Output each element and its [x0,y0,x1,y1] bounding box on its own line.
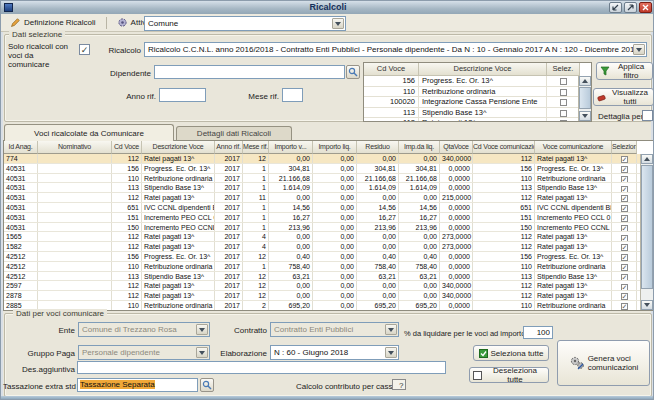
table-row[interactable]: 40531113Stipendio Base 13^201711.614,090… [4,183,653,193]
voci-filter-scrollbar[interactable] [578,76,591,121]
scrollbar-thumb[interactable] [579,87,591,109]
applica-filtro-button[interactable]: Applica filtro [596,62,653,80]
row-select-checkbox[interactable]: ✓ [621,274,628,281]
deseleziona-tutte-button[interactable]: Deseleziona tutte [469,367,549,383]
contratto-combobox[interactable]: Contratto Enti Pubblici [270,322,399,337]
close-icon[interactable] [639,2,652,13]
table-row[interactable]: 40531156Progress. Ec. Or. 13^20171304,81… [4,164,653,174]
table-row[interactable]: 40531151Incremento PEO CCL 02017116,270,… [4,213,653,223]
column-header[interactable]: Seleziona [612,141,637,154]
column-header[interactable]: Mese rif. [243,141,269,154]
column-header[interactable]: Descrizione Voce [419,63,547,76]
chevron-down-icon[interactable] [385,347,397,358]
perc-liquidare-input[interactable] [523,326,553,339]
column-header[interactable]: Importo liq. [313,141,357,154]
table-row[interactable]: 2878112Ratei pagati 13^2017120,000,000,0… [4,291,653,301]
row-select-checkbox[interactable]: ✓ [621,186,628,193]
table-row[interactable]: 40531112Ratei pagati 13^2017110,000,000,… [4,193,653,203]
comune-combobox[interactable]: Comune [144,16,346,31]
table-row[interactable]: 40531110Retribuzione ordinaria2017121.16… [4,174,653,184]
table-row[interactable]: 40531150Incremento PEO CCNL20171213,960,… [4,223,653,233]
column-header[interactable]: Residuo [357,141,399,154]
visualizza-tutti-button[interactable]: Visualizza tutti [593,88,654,106]
definizione-ricalcoli-button[interactable]: Definizione Ricalcoli [5,15,101,30]
voce-select-checkbox[interactable] [560,78,567,85]
voce-select-checkbox[interactable] [560,110,567,117]
elaborazione-combobox[interactable]: N : 60 - Giugno 2018 [270,345,399,360]
row-select-checkbox[interactable]: ✓ [621,254,628,261]
restore-down-icon[interactable] [609,2,622,13]
voci-filter-row[interactable]: 112Ratei pagati 13^ [364,118,591,122]
row-select-checkbox[interactable]: ✓ [621,293,628,300]
table-row[interactable]: 774112Ratei pagati 13^2017120,000,000,00… [4,154,653,164]
table-row[interactable]: 42512113Stipendio Base 13^20171263,210,0… [4,272,653,282]
column-header[interactable]: Cd Voce [112,141,142,154]
row-select-checkbox[interactable]: ✓ [621,166,628,173]
row-select-checkbox[interactable]: ✓ [621,176,628,183]
ente-combobox[interactable]: Comune di Trezzano Rosa [78,322,210,337]
row-select-checkbox[interactable]: ✓ [621,215,628,222]
search-icon[interactable] [200,378,214,392]
seleziona-tutte-button[interactable]: Seleziona tutte [473,345,549,361]
row-select-checkbox[interactable]: ✓ [621,244,628,251]
chevron-down-icon[interactable] [332,18,344,29]
mese-rif-input[interactable] [282,88,303,102]
voce-select-checkbox[interactable] [560,99,567,106]
table-cell: Ratei pagati 13^ [142,154,215,163]
table-row[interactable]: 2597112Ratei pagati 13^2017120,000,000,0… [4,281,653,291]
calcolo-contributo-help-checkbox[interactable]: ? [392,379,406,390]
row-select-checkbox[interactable]: ✓ [621,264,628,271]
scroll-down-icon[interactable] [579,111,591,121]
tab-voci-ricalcolate[interactable]: Voci ricalcolate da Comunicare [4,124,174,141]
maximize-icon[interactable] [624,2,637,13]
tab-dettagli-ricalcoli[interactable]: Dettagli dati Ricalcoli [176,126,292,140]
solo-ricalcoli-checkbox[interactable]: ✓ [79,44,90,55]
voci-filter-row[interactable]: 113Stipendio Base 13^ [364,108,591,119]
column-header[interactable]: Descrizione Voce [142,141,215,154]
tassazione-input[interactable]: Tassazione Separata [77,378,198,392]
column-header[interactable]: Anno rif. [215,141,243,154]
row-select-checkbox[interactable]: ✓ [621,284,628,291]
row-select-checkbox[interactable]: ✓ [621,303,628,310]
row-select-checkbox[interactable]: ✓ [621,235,628,242]
column-header[interactable]: Imp.da liq. [399,141,440,154]
column-header[interactable]: QtaVoce [440,141,473,154]
voci-filter-row[interactable]: 110Retribuzione ordinaria [364,87,591,98]
row-select-checkbox[interactable]: ✓ [621,195,628,202]
column-header[interactable]: Voce comunicazione [535,141,612,154]
table-row[interactable]: 1565112Ratei pagati 13^201740,000,000,00… [4,232,653,242]
row-select-checkbox[interactable]: ✓ [621,205,628,212]
main-table-scrollbar[interactable] [640,154,653,310]
table-row[interactable]: 1582112Ratei pagati 13^201740,000,000,00… [4,242,653,252]
des-aggiuntiva-input[interactable] [77,361,446,374]
column-header[interactable]: Nominativo [38,141,112,154]
table-row[interactable]: 40531651IVC CCNL dipendenti Bi2017114,56… [4,203,653,213]
gruppo-paga-combobox[interactable]: Personale dipendente [78,345,210,360]
table-row[interactable]: 42512110Retribuzione ordinaria20171758,4… [4,262,653,272]
table-row[interactable]: 42512156Progress. Ec. Or. 13^2017120,400… [4,252,653,262]
row-select-checkbox[interactable]: ✓ [621,156,628,163]
anno-rif-input[interactable] [159,88,206,102]
voci-filter-row[interactable]: 156Progress. Ec. Or. 13^ [364,76,591,87]
voce-select-checkbox[interactable] [560,89,567,96]
table-cell: 2017 [215,242,243,251]
column-header[interactable]: Id Anag. [4,141,38,154]
voce-select-checkbox[interactable] [560,120,567,122]
column-header[interactable]: Importo v... [269,141,313,154]
column-header[interactable]: Cd Voce [364,63,419,76]
genera-voci-button[interactable]: Genera voci comunicazioni [557,340,650,386]
table-cell: 40531 [4,183,38,192]
dipendente-input[interactable] [154,65,345,79]
scrollbar-thumb[interactable] [641,165,653,289]
column-header[interactable]: Selez. [547,63,580,76]
scroll-down-icon[interactable] [641,300,653,310]
voci-filter-row[interactable]: 100020Integrazione Cassa Pensione Ente [364,97,591,108]
row-select-checkbox[interactable]: ✓ [621,225,628,232]
chevron-down-icon[interactable] [633,44,645,55]
ricalcolo-combobox[interactable]: Ricalcolo C.C.N.L. anno 2016/2018 - Cont… [144,42,647,57]
search-icon[interactable] [346,65,360,79]
scroll-up-icon[interactable] [579,76,591,86]
column-header[interactable]: Cd Voce comunicazione [473,141,535,154]
dettaglia-per-checkbox[interactable] [642,110,653,121]
scroll-up-icon[interactable] [641,154,653,164]
